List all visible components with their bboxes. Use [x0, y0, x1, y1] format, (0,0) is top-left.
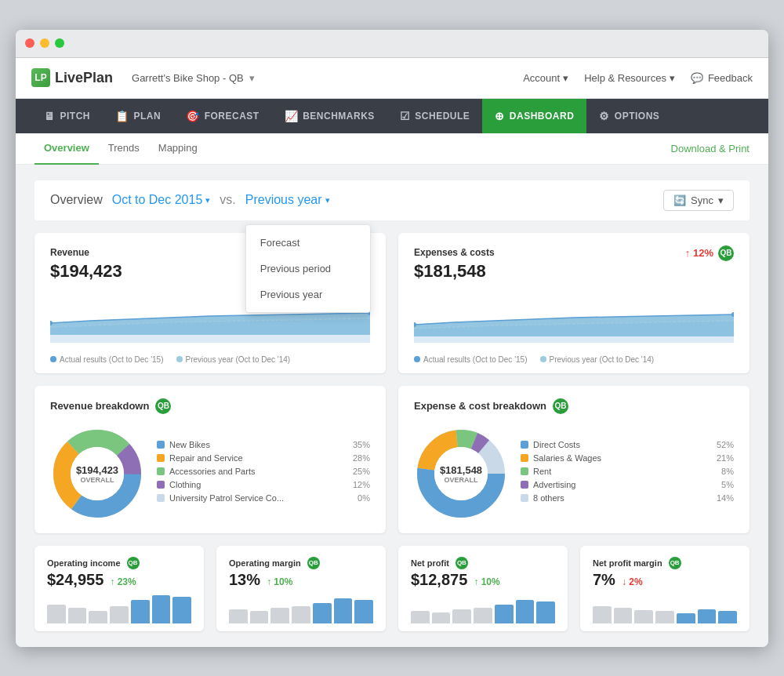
revenue-title: Revenue [50, 247, 89, 258]
op-margin-header: Operating margin QB [229, 557, 373, 569]
minimize-button[interactable] [40, 38, 49, 48]
breakdown-row: Revenue breakdown QB [34, 386, 750, 533]
help-menu[interactable]: Help & Resources ▾ [584, 72, 675, 84]
net-margin-value: 7% [593, 571, 615, 589]
nav-item-pitch[interactable]: 🖥 PITCH [31, 99, 103, 133]
revenue-breakdown-content: $194,423 OVERALL New Bikes 35% [50, 427, 370, 521]
account-menu[interactable]: Account ▾ [523, 72, 568, 84]
legend-dot-exp-prev [540, 356, 546, 362]
bar-6 [516, 600, 535, 623]
subnav-mapping[interactable]: Mapping [149, 133, 207, 165]
dropdown-previous-period[interactable]: Previous period [246, 256, 370, 282]
legend-row-repair: Repair and Service 28% [157, 453, 370, 463]
window-controls [25, 38, 64, 48]
bar-7 [718, 611, 737, 623]
help-arrow-icon: ▾ [670, 72, 675, 84]
expenses-chart [414, 288, 734, 351]
legend-exp-actual: Actual results (Oct to Dec '15) [414, 355, 528, 364]
bar-3 [270, 608, 289, 623]
legend-dot-exp-actual [414, 356, 420, 362]
subnav-trends[interactable]: Trends [99, 133, 149, 165]
legend-exp-actual-label: Actual results (Oct to Dec '15) [423, 355, 528, 364]
legend-actual-label: Actual results (Oct to Dec '15) [60, 355, 164, 364]
legend-actual-results: Actual results (Oct to Dec '15) [50, 355, 164, 364]
legend-row-others: 8 others 14% [521, 493, 734, 503]
bar-6 [152, 595, 171, 623]
legend-pct-repair: 28% [353, 453, 370, 463]
bar-3 [89, 611, 107, 623]
feedback-label: Feedback [708, 72, 753, 84]
net-profit-change: ↑ 10% [474, 576, 499, 587]
overview-bar: Overview Oct to Dec 2015 ▾ vs. Previous … [34, 180, 750, 220]
revenue-donut: $194,423 OVERALL [50, 427, 144, 521]
logo[interactable]: LP LivePlan [31, 68, 113, 87]
dropdown-previous-year[interactable]: Previous year [246, 282, 370, 307]
legend-label-clothing: Clothing [169, 480, 201, 489]
nav-item-dashboard[interactable]: ⊕ DASHBOARD [482, 99, 586, 133]
expense-breakdown-title: Expense & cost breakdown [414, 400, 546, 412]
op-margin-change: ↑ 10% [267, 576, 292, 587]
feedback-button[interactable]: 💬 Feedback [691, 72, 753, 84]
plan-icon: 📋 [115, 110, 129, 122]
legend-pct-rent: 8% [721, 467, 734, 476]
metric-operating-margin: Operating margin QB 13% ↑ 10% [216, 546, 386, 631]
close-button[interactable] [25, 38, 34, 48]
net-margin-title: Net profit margin [593, 558, 662, 568]
company-selector[interactable]: Garrett's Bike Shop - QB ▾ [132, 72, 255, 84]
expense-legend: Direct Costs 52% Salaries & Wages 21% [521, 440, 734, 507]
bar-5 [131, 600, 150, 623]
period-arrow-icon: ▾ [205, 195, 210, 205]
compare-selector[interactable]: Previous year ▾ Forecast Previous period… [245, 193, 330, 207]
legend-pct-university: 0% [358, 493, 370, 503]
legend-row-accessories: Accessories and Parts 25% [157, 467, 370, 476]
company-arrow-icon: ▾ [249, 72, 255, 84]
legend-prev-label: Previous year (Oct to Dec '14) [186, 355, 291, 364]
net-margin-chart [593, 592, 737, 623]
nav-item-plan[interactable]: 📋 PLAN [103, 99, 173, 133]
legend-pct-clothing: 12% [353, 480, 370, 489]
revenue-breakdown-card: Revenue breakdown QB [34, 386, 386, 533]
net-profit-title: Net profit [411, 558, 449, 568]
maximize-button[interactable] [55, 38, 64, 48]
sync-button[interactable]: 🔄 Sync ▾ [663, 190, 734, 211]
bar-2 [432, 612, 451, 623]
nav-item-forecast[interactable]: 🎯 FORECAST [173, 99, 272, 133]
legend-label-direct: Direct Costs [533, 440, 580, 449]
nav-item-schedule[interactable]: ☑ SCHEDULE [387, 99, 483, 133]
subnav-overview[interactable]: Overview [34, 133, 99, 165]
legend-sq-university [157, 494, 165, 502]
net-margin-change: ↓ 2% [622, 576, 643, 587]
bar-7 [172, 597, 191, 623]
legend-sq-others [521, 494, 528, 502]
sub-nav: Overview Trends Mapping Download & Print [16, 133, 768, 165]
feedback-icon: 💬 [691, 72, 703, 84]
nav-item-options[interactable]: ⚙ OPTIONS [586, 99, 672, 133]
bar-5 [677, 613, 695, 623]
bar-1 [47, 605, 66, 623]
legend-label-others: 8 others [533, 493, 564, 503]
legend-label-salaries: Salaries & Wages [533, 453, 601, 463]
legend-pct-others: 14% [717, 493, 734, 503]
expenses-title: Expenses & costs [414, 247, 495, 258]
metric-operating-income: Operating income QB $24,955 ↑ 23% [34, 546, 204, 631]
legend-row-rent: Rent 8% [521, 467, 734, 476]
legend-label-rent: Rent [533, 467, 551, 476]
expenses-change: ↑ 12% [685, 247, 713, 259]
legend-sq-salaries [521, 454, 528, 462]
nav-item-benchmarks[interactable]: 📈 BENCHMARKS [272, 99, 387, 133]
bar-7 [354, 600, 373, 623]
dropdown-forecast[interactable]: Forecast [246, 230, 370, 256]
download-print-button[interactable]: Download & Print [671, 143, 750, 154]
period-selector[interactable]: Oct to Dec 2015 ▾ [112, 193, 211, 207]
op-income-qb: QB [127, 557, 140, 569]
period-value: Oct to Dec 2015 [112, 193, 203, 207]
op-income-chart [47, 592, 191, 623]
pitch-icon: 🖥 [44, 110, 56, 122]
legend-pct-new-bikes: 35% [353, 440, 370, 449]
legend-exp-prev-label: Previous year (Oct to Dec '14) [550, 355, 655, 364]
net-profit-value: $12,875 [411, 571, 467, 589]
revenue-legend: New Bikes 35% Repair and Service 28% [157, 440, 370, 507]
metrics-row: Operating income QB $24,955 ↑ 23% [34, 546, 750, 631]
legend-row-advertising: Advertising 5% [521, 480, 734, 489]
bar-1 [411, 611, 430, 623]
